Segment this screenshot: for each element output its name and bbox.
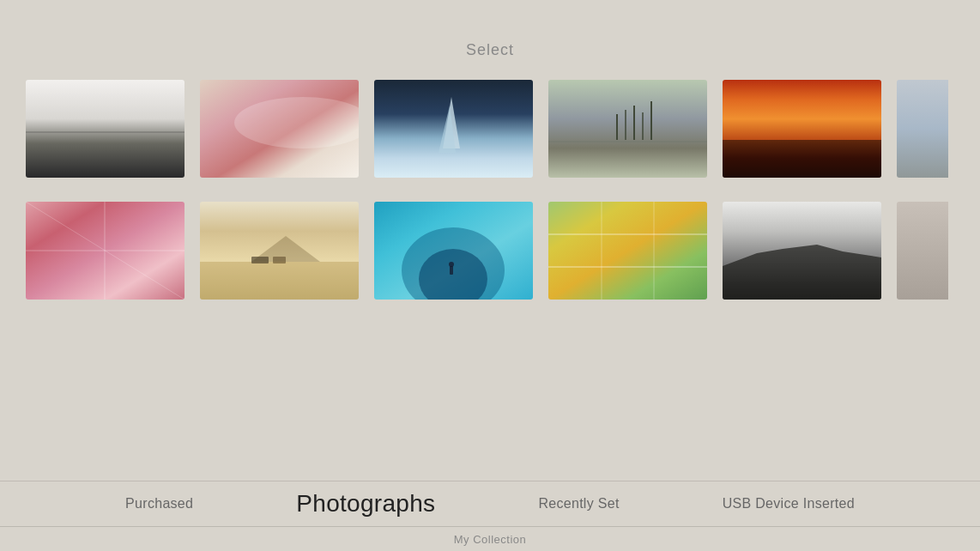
nav-item-purchased[interactable]: Purchased [74, 496, 245, 512]
gallery [0, 80, 980, 300]
thumbnail-4[interactable] [548, 80, 707, 178]
nav-item-recently-set-label: Recently Set [538, 496, 619, 511]
thumbnail-10[interactable] [548, 202, 707, 300]
my-collection-bar: My Collection [0, 526, 980, 551]
svg-rect-15 [723, 140, 881, 178]
thumbnail-2[interactable] [200, 80, 359, 178]
svg-point-30 [449, 262, 454, 267]
thumbnail-5[interactable] [723, 80, 881, 178]
page-title: Select [0, 0, 980, 59]
nav-item-usb-device[interactable]: USB Device Inserted [671, 496, 906, 512]
nav-item-recently-set[interactable]: Recently Set [487, 496, 670, 512]
nav-item-photographs[interactable]: Photographs [245, 490, 487, 518]
thumbnail-12-partial [897, 202, 948, 300]
nav-item-usb-device-label: USB Device Inserted [723, 496, 855, 511]
gallery-row-2 [26, 202, 954, 300]
thumbnail-9[interactable] [374, 202, 533, 300]
nav-items: Purchased Photographs Recently Set USB D… [0, 481, 980, 526]
thumbnail-6-partial [897, 80, 948, 178]
thumbnail-1[interactable] [26, 80, 185, 178]
thumbnail-3[interactable] [374, 80, 533, 178]
thumbnail-11[interactable] [723, 202, 881, 300]
thumbnail-7[interactable] [26, 202, 185, 300]
svg-rect-29 [450, 266, 453, 275]
svg-rect-7 [548, 80, 707, 178]
svg-rect-24 [251, 257, 269, 263]
svg-rect-38 [897, 202, 948, 300]
svg-rect-25 [273, 257, 286, 263]
my-collection-label: My Collection [454, 533, 527, 546]
svg-rect-31 [548, 202, 707, 300]
svg-rect-1 [26, 131, 185, 133]
svg-rect-22 [200, 262, 359, 300]
svg-rect-0 [26, 80, 185, 178]
nav-item-photographs-label: Photographs [296, 490, 435, 517]
gallery-row-1 [26, 80, 954, 178]
svg-rect-16 [897, 80, 948, 178]
nav-item-purchased-label: Purchased [125, 496, 193, 511]
bottom-nav: Purchased Photographs Recently Set USB D… [0, 481, 980, 551]
thumbnail-8[interactable] [200, 202, 359, 300]
